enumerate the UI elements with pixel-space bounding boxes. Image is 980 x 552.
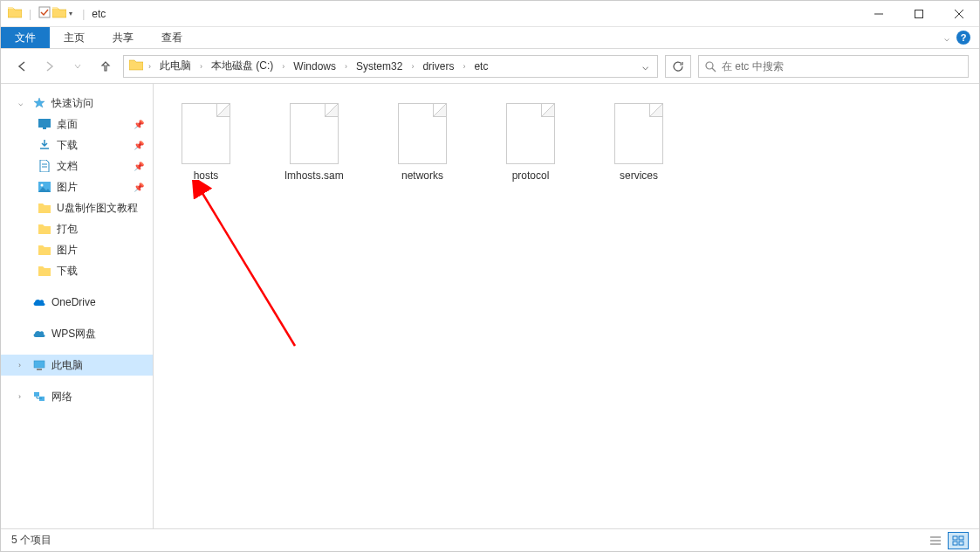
pin-icon: 📌	[134, 141, 144, 150]
maximize-button[interactable]	[899, 1, 939, 27]
search-box[interactable]	[698, 55, 969, 78]
picture-icon	[38, 180, 51, 194]
chevron-right-icon[interactable]: ›	[409, 62, 415, 71]
search-input[interactable]	[722, 60, 963, 72]
up-button[interactable]	[95, 56, 116, 77]
breadcrumb[interactable]: › 此电脑 › 本地磁盘 (C:) › Windows › System32 ›…	[123, 55, 658, 78]
cloud-icon	[32, 295, 46, 309]
sidebar-item-folder[interactable]: 下载	[1, 260, 153, 281]
sidebar-network[interactable]: › 网络	[1, 386, 153, 407]
quick-access-toggle-icon[interactable]	[38, 6, 51, 21]
sidebar-wps[interactable]: WPS网盘	[1, 323, 153, 344]
file-item[interactable]: hosts	[171, 100, 241, 185]
navigation-pane: ⌵ 快速访问 桌面 📌 下载 📌 文档 📌 图片 📌 U盘制作图文教程	[1, 84, 154, 528]
chevron-right-icon[interactable]: ›	[461, 62, 467, 71]
forward-button[interactable]	[39, 56, 60, 77]
download-icon	[38, 138, 51, 152]
address-bar: › 此电脑 › 本地磁盘 (C:) › Windows › System32 ›…	[1, 49, 979, 84]
breadcrumb-dropdown[interactable]: ⌵	[637, 60, 654, 72]
file-name: networks	[401, 169, 443, 182]
sidebar-item-folder[interactable]: 打包	[1, 218, 153, 239]
svg-rect-23	[953, 536, 957, 540]
window-controls	[859, 1, 979, 27]
title-separator: |	[82, 8, 85, 20]
svg-rect-24	[959, 536, 963, 540]
sidebar-item-pictures[interactable]: 图片 📌	[1, 176, 153, 197]
folder-icon	[38, 243, 51, 257]
view-switcher	[925, 532, 969, 549]
breadcrumb-segment[interactable]: 此电脑	[154, 56, 196, 77]
pin-icon: 📌	[134, 183, 144, 192]
chevron-right-icon: ›	[18, 392, 27, 401]
details-view-button[interactable]	[925, 532, 946, 549]
chevron-right-icon: ›	[18, 361, 27, 369]
folder-icon	[129, 59, 143, 73]
sidebar-label: WPS网盘	[51, 327, 96, 342]
back-button[interactable]	[11, 56, 32, 77]
file-icon	[290, 103, 339, 164]
sidebar-label: 下载	[57, 264, 78, 279]
file-item[interactable]: networks	[387, 100, 457, 185]
title-bar-left: | ▾ | etc	[1, 6, 106, 21]
folder-icon	[38, 264, 51, 278]
file-item[interactable]: services	[604, 100, 674, 185]
breadcrumb-segment[interactable]: Windows	[288, 56, 341, 77]
svg-rect-8	[43, 128, 46, 129]
close-button[interactable]	[939, 1, 979, 27]
status-bar: 5 个项目	[1, 528, 979, 551]
sidebar-item-desktop[interactable]: 桌面 📌	[1, 114, 153, 135]
svg-rect-15	[34, 392, 39, 397]
svg-rect-26	[959, 542, 963, 545]
sidebar-item-folder[interactable]: U盘制作图文教程	[1, 197, 153, 218]
sidebar-item-downloads[interactable]: 下载 📌	[1, 135, 153, 155]
tab-share[interactable]: 共享	[99, 27, 147, 48]
chevron-right-icon[interactable]: ›	[343, 62, 349, 71]
tab-view[interactable]: 查看	[147, 27, 196, 48]
recent-dropdown[interactable]	[67, 56, 88, 77]
window-title: etc	[92, 8, 106, 20]
sidebar-label: 桌面	[57, 117, 78, 132]
computer-icon	[32, 358, 46, 372]
chevron-right-icon[interactable]: ›	[147, 62, 153, 71]
svg-rect-7	[38, 119, 51, 128]
chevron-right-icon[interactable]: ›	[280, 62, 286, 71]
sidebar-label: OneDrive	[51, 296, 96, 308]
sidebar-quick-access[interactable]: ⌵ 快速访问	[1, 93, 153, 114]
file-item[interactable]: lmhosts.sam	[279, 100, 349, 185]
ribbon-right: ⌵ ?	[944, 27, 979, 48]
file-list-area[interactable]: hosts lmhosts.sam networks protocol serv…	[154, 84, 979, 528]
tab-home[interactable]: 主页	[50, 27, 99, 48]
breadcrumb-segment[interactable]: etc	[469, 56, 493, 77]
qat-dropdown-icon[interactable]: ▾	[69, 10, 72, 17]
sidebar-label: 文档	[57, 159, 78, 174]
tab-file[interactable]: 文件	[1, 27, 50, 48]
sidebar-item-documents[interactable]: 文档 📌	[1, 155, 153, 176]
refresh-button[interactable]	[665, 55, 691, 78]
icons-view-button[interactable]	[948, 532, 969, 549]
breadcrumb-segment[interactable]: 本地磁盘 (C:)	[206, 56, 278, 77]
file-item[interactable]: protocol	[496, 100, 565, 185]
folder-icon	[38, 222, 51, 236]
help-icon[interactable]: ?	[956, 31, 970, 45]
ribbon-collapse-icon[interactable]: ⌵	[944, 33, 949, 43]
folder-icon	[8, 6, 22, 21]
chevron-right-icon[interactable]: ›	[198, 62, 204, 71]
qat-separator: |	[29, 8, 31, 20]
breadcrumb-segment[interactable]: drivers	[417, 56, 459, 77]
breadcrumb-segment[interactable]: System32	[351, 56, 408, 77]
sidebar-item-folder[interactable]: 图片	[1, 239, 153, 260]
svg-line-19	[201, 190, 295, 346]
svg-rect-0	[39, 7, 50, 17]
sidebar-label: 此电脑	[51, 358, 83, 373]
sidebar-onedrive[interactable]: OneDrive	[1, 292, 153, 313]
file-icon	[506, 103, 555, 164]
minimize-button[interactable]	[859, 1, 899, 27]
file-name: services	[620, 169, 658, 182]
network-icon	[32, 390, 46, 404]
desktop-icon	[38, 117, 51, 131]
folder-icon	[38, 201, 51, 215]
search-icon	[704, 60, 716, 72]
svg-line-6	[712, 68, 716, 72]
svg-rect-25	[953, 542, 957, 545]
sidebar-this-pc[interactable]: › 此电脑	[1, 355, 153, 376]
